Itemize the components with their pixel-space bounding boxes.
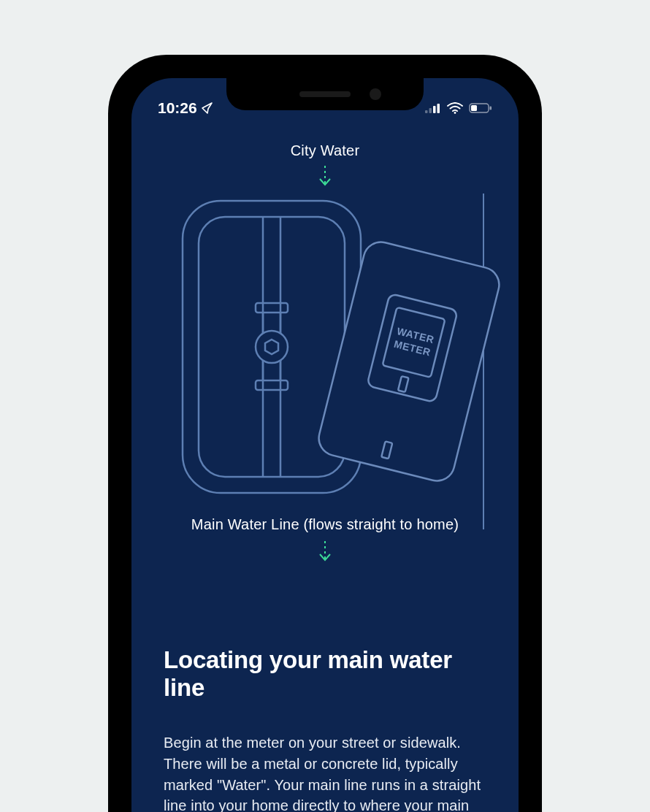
svg-rect-3 bbox=[437, 104, 440, 113]
svg-rect-15 bbox=[256, 380, 288, 390]
city-water-label: City Water bbox=[131, 142, 519, 159]
svg-rect-1 bbox=[429, 108, 432, 113]
wifi-icon bbox=[447, 102, 463, 114]
svg-rect-6 bbox=[471, 105, 477, 111]
arrow-down-icon bbox=[316, 540, 334, 563]
svg-rect-18 bbox=[316, 238, 502, 484]
svg-point-16 bbox=[256, 331, 288, 363]
phone-screen: 10:26 bbox=[131, 78, 519, 812]
screen-content[interactable]: City Water bbox=[131, 122, 519, 812]
water-meter-diagram: WATER METER bbox=[168, 194, 502, 529]
phone-frame: 10:26 bbox=[108, 55, 542, 812]
svg-rect-14 bbox=[256, 303, 288, 313]
status-right bbox=[425, 102, 492, 114]
phone-notch bbox=[226, 78, 424, 110]
article: Locating your main water line Begin at t… bbox=[164, 646, 486, 812]
main-line-label: Main Water Line (flows straight to home) bbox=[131, 516, 519, 533]
article-body: Begin at the meter on your street or sid… bbox=[164, 732, 486, 812]
stage: 10:26 bbox=[0, 0, 650, 812]
status-time: 10:26 bbox=[158, 99, 197, 117]
cellular-icon bbox=[425, 103, 441, 113]
arrow-down-icon bbox=[316, 164, 334, 188]
front-camera bbox=[370, 88, 381, 100]
svg-rect-7 bbox=[490, 107, 492, 110]
svg-rect-0 bbox=[425, 110, 428, 113]
phone-bezel: 10:26 bbox=[118, 65, 532, 812]
svg-point-4 bbox=[454, 112, 456, 114]
speaker-grille bbox=[299, 91, 351, 97]
battery-icon bbox=[469, 103, 492, 113]
article-heading: Locating your main water line bbox=[164, 646, 486, 702]
svg-rect-2 bbox=[433, 106, 436, 113]
status-left: 10:26 bbox=[158, 99, 213, 117]
location-icon bbox=[202, 102, 213, 114]
